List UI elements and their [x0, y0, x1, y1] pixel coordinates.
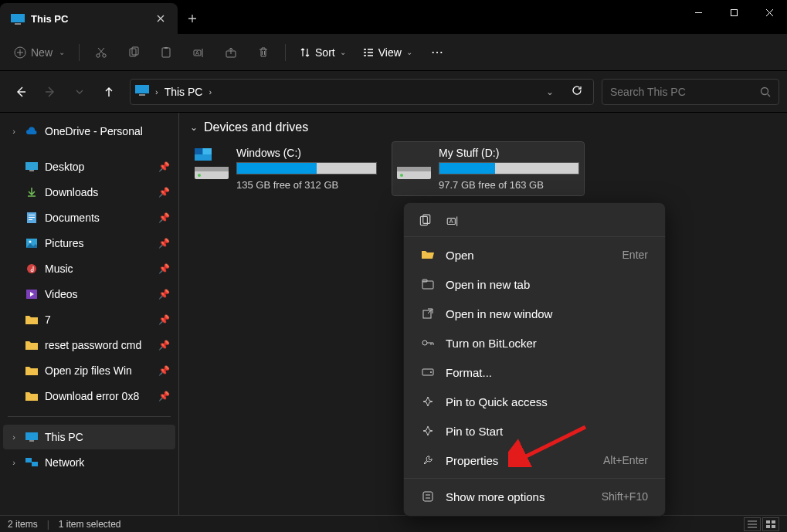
- drive-item-c[interactable]: Windows (C:) 135 GB free of 312 GB: [190, 142, 382, 195]
- delete-icon[interactable]: [248, 39, 279, 66]
- context-menu-open-new-tab[interactable]: Open in new tab: [407, 269, 662, 299]
- context-menu-format[interactable]: Format...: [407, 357, 662, 387]
- view-button[interactable]: View ⌄: [355, 42, 420, 63]
- context-menu-open-new-window[interactable]: Open in new window: [407, 299, 662, 328]
- item-count: 2 items: [8, 519, 38, 530]
- search-input[interactable]: [610, 86, 760, 98]
- sidebar-item-open-zip[interactable]: Open zip files Win📌: [3, 358, 175, 383]
- menu-label: Properties: [446, 454, 592, 467]
- details-view-button[interactable]: [744, 517, 761, 531]
- sidebar: › OneDrive - Personal Desktop📌 Downloads…: [0, 113, 179, 515]
- sidebar-item-onedrive[interactable]: › OneDrive - Personal: [3, 119, 175, 144]
- sort-button[interactable]: Sort ⌄: [292, 42, 354, 63]
- window-controls: [680, 0, 787, 25]
- active-tab[interactable]: This PC: [0, 3, 178, 34]
- sidebar-item-pictures[interactable]: Pictures📌: [3, 231, 175, 256]
- breadcrumb-this-pc[interactable]: This PC: [165, 86, 203, 98]
- chevron-right-icon[interactable]: ›: [155, 87, 158, 97]
- share-icon[interactable]: [215, 39, 246, 66]
- maximize-button[interactable]: [716, 0, 751, 25]
- sidebar-item-music[interactable]: Music📌: [3, 256, 175, 281]
- more-options-icon: [421, 491, 435, 502]
- menu-label: Show more options: [446, 490, 591, 503]
- copy-icon[interactable]: [118, 39, 149, 66]
- chevron-right-icon[interactable]: ›: [9, 458, 19, 467]
- section-header[interactable]: ⌄ Devices and drives: [190, 120, 776, 134]
- context-menu-pin-start[interactable]: Pin to Start: [407, 416, 662, 446]
- recent-locations-button[interactable]: [66, 79, 93, 105]
- svg-text:A: A: [195, 50, 199, 56]
- svg-rect-17: [29, 170, 34, 171]
- sidebar-item-reset-password[interactable]: reset password cmd📌: [3, 333, 175, 357]
- drive-item-d[interactable]: My Stuff (D:) 97.7 GB free of 163 GB: [392, 142, 584, 195]
- folder-icon: [25, 341, 39, 350]
- pin-icon: 📌: [158, 314, 169, 325]
- more-icon[interactable]: ⋯: [422, 39, 453, 66]
- close-tab-icon[interactable]: [154, 12, 167, 25]
- forward-button[interactable]: [37, 79, 63, 105]
- sidebar-item-label: Desktop: [45, 161, 152, 173]
- svg-point-38: [400, 174, 403, 177]
- context-menu-pin-quick-access[interactable]: Pin to Quick access: [407, 387, 662, 416]
- sidebar-item-label: Documents: [45, 212, 152, 224]
- svg-rect-8: [162, 48, 170, 57]
- sidebar-item-download-error[interactable]: Download error 0x8📌: [3, 384, 175, 408]
- monitor-icon: [25, 432, 39, 442]
- drive-icon: [195, 147, 229, 181]
- drive-icon: [421, 368, 435, 376]
- context-menu-properties[interactable]: PropertiesAlt+Enter: [407, 446, 662, 475]
- context-menu-bitlocker[interactable]: Turn on BitLocker: [407, 328, 662, 357]
- chevron-right-icon[interactable]: ›: [9, 432, 19, 442]
- context-menu-open[interactable]: OpenEnter: [407, 240, 662, 269]
- sidebar-item-network[interactable]: › Network: [3, 450, 175, 475]
- sidebar-item-videos[interactable]: Videos📌: [3, 282, 175, 307]
- copy-icon[interactable]: [418, 214, 432, 231]
- svg-point-4: [97, 53, 100, 56]
- rename-icon[interactable]: A: [446, 214, 460, 231]
- sidebar-item-label: Downloads: [45, 186, 152, 198]
- sidebar-item-desktop[interactable]: Desktop📌: [3, 154, 175, 179]
- sidebar-item-label: Videos: [45, 288, 152, 300]
- new-button[interactable]: New ⌄: [6, 42, 73, 63]
- svg-rect-54: [772, 525, 775, 528]
- rename-icon[interactable]: A: [183, 39, 214, 66]
- history-dropdown[interactable]: ⌄: [541, 86, 559, 97]
- context-menu-show-more[interactable]: Show more optionsShift+F10: [407, 482, 662, 511]
- paste-icon[interactable]: [151, 39, 181, 66]
- svg-rect-28: [25, 458, 32, 463]
- svg-rect-9: [165, 47, 168, 49]
- new-label: New: [31, 46, 53, 59]
- chevron-right-icon[interactable]: ›: [209, 87, 212, 97]
- sidebar-item-downloads[interactable]: Downloads📌: [3, 180, 175, 205]
- section-title: Devices and drives: [204, 120, 308, 134]
- wrench-icon: [421, 455, 435, 466]
- svg-point-15: [762, 87, 768, 94]
- context-menu: A OpenEnter Open in new tab Open in new …: [403, 202, 666, 517]
- chevron-down-icon[interactable]: ⌄: [190, 122, 198, 133]
- new-tab-button[interactable]: [178, 3, 207, 34]
- drive-info: Windows (C:) 135 GB free of 312 GB: [236, 147, 377, 191]
- search-box[interactable]: [602, 79, 779, 105]
- folder-icon: [25, 315, 39, 324]
- breadcrumb[interactable]: › This PC › ⌄: [130, 79, 594, 105]
- drive-capacity-bar: [236, 162, 377, 175]
- sidebar-item-folder-7[interactable]: 7📌: [3, 307, 175, 332]
- svg-rect-29: [32, 462, 38, 466]
- sidebar-item-this-pc[interactable]: › This PC: [3, 425, 175, 449]
- minimize-button[interactable]: [680, 0, 716, 25]
- up-button[interactable]: [96, 79, 122, 105]
- svg-point-5: [103, 53, 106, 56]
- svg-rect-52: [772, 520, 775, 524]
- chevron-down-icon: ⌄: [59, 48, 65, 56]
- refresh-button[interactable]: [565, 85, 589, 98]
- chevron-down-icon: ⌄: [340, 48, 346, 56]
- sidebar-item-label: Open zip files Win: [45, 364, 152, 377]
- cut-icon[interactable]: [86, 39, 117, 66]
- sidebar-item-documents[interactable]: Documents📌: [3, 205, 175, 230]
- svg-rect-0: [11, 14, 25, 22]
- view-mode-toggle: [744, 517, 779, 531]
- large-icons-view-button[interactable]: [762, 517, 779, 531]
- close-button[interactable]: [751, 0, 787, 25]
- chevron-right-icon[interactable]: ›: [9, 127, 19, 136]
- back-button[interactable]: [8, 79, 34, 105]
